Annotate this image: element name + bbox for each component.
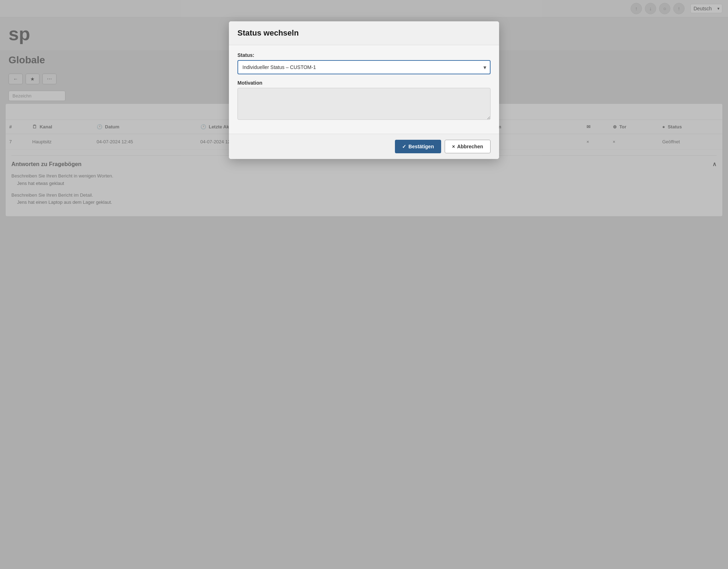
modal-title: Status wechseln — [237, 28, 491, 38]
status-form-group: Status: Individueller Status – CUSTOM-1 … — [237, 52, 491, 74]
confirm-button[interactable]: ✓ Bestätigen — [395, 140, 441, 153]
confirm-label: Bestätigen — [408, 144, 434, 149]
modal-dialog: Status wechseln Status: Individueller St… — [229, 21, 499, 159]
motivation-textarea[interactable] — [237, 88, 491, 120]
cancel-label: Abbrechen — [457, 144, 483, 149]
motivation-label: Motivation — [237, 80, 491, 86]
modal-footer: ✓ Bestätigen × Abbrechen — [229, 134, 499, 159]
cancel-icon: × — [452, 144, 455, 149]
cancel-button[interactable]: × Abbrechen — [445, 140, 491, 153]
status-select-wrapper[interactable]: Individueller Status – CUSTOM-1 Offen Ge… — [237, 60, 491, 74]
modal-body: Status: Individueller Status – CUSTOM-1 … — [229, 45, 499, 134]
status-select[interactable]: Individueller Status – CUSTOM-1 Offen Ge… — [237, 60, 491, 74]
modal-backdrop: Status wechseln Status: Individueller St… — [0, 0, 728, 569]
motivation-form-group: Motivation — [237, 80, 491, 121]
status-label: Status: — [237, 52, 491, 58]
modal-header: Status wechseln — [229, 21, 499, 45]
confirm-icon: ✓ — [402, 144, 406, 149]
